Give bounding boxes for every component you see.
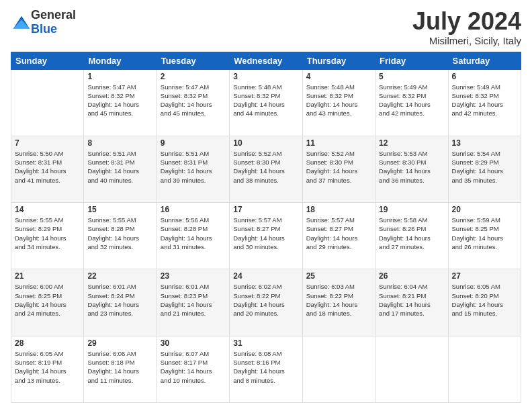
calendar-table: Sunday Monday Tuesday Wednesday Thursday…	[11, 52, 521, 403]
day-info: Sunrise: 5:52 AM Sunset: 8:30 PM Dayligh…	[306, 149, 371, 185]
day-info: Sunrise: 5:48 AM Sunset: 8:32 PM Dayligh…	[233, 83, 298, 118]
day-info: Sunrise: 6:01 AM Sunset: 8:24 PM Dayligh…	[87, 282, 152, 318]
day-info: Sunrise: 6:08 AM Sunset: 8:16 PM Dayligh…	[233, 349, 298, 385]
table-row: 10Sunrise: 5:52 AM Sunset: 8:30 PM Dayli…	[230, 136, 302, 202]
table-row: 21Sunrise: 6:00 AM Sunset: 8:25 PM Dayli…	[11, 269, 84, 336]
day-number: 9	[161, 138, 226, 148]
day-info: Sunrise: 5:58 AM Sunset: 8:26 PM Dayligh…	[379, 216, 444, 251]
day-number: 7	[15, 138, 80, 148]
table-row: 24Sunrise: 6:02 AM Sunset: 8:22 PM Dayli…	[230, 269, 302, 336]
day-number: 3	[233, 72, 298, 81]
day-number: 29	[87, 338, 152, 348]
day-info: Sunrise: 5:59 AM Sunset: 8:25 PM Dayligh…	[452, 216, 517, 251]
table-row: 11Sunrise: 5:52 AM Sunset: 8:30 PM Dayli…	[302, 136, 375, 202]
calendar-header-row: Sunday Monday Tuesday Wednesday Thursday…	[11, 52, 521, 69]
day-number: 2	[161, 72, 226, 81]
table-row: 6Sunrise: 5:49 AM Sunset: 8:32 PM Daylig…	[448, 69, 521, 136]
day-info: Sunrise: 6:02 AM Sunset: 8:22 PM Dayligh…	[233, 282, 298, 318]
day-number: 13	[452, 138, 517, 148]
col-sunday: Sunday	[11, 52, 84, 69]
day-number: 12	[379, 138, 444, 148]
col-thursday: Thursday	[302, 52, 375, 69]
col-friday: Friday	[375, 52, 448, 69]
day-info: Sunrise: 6:06 AM Sunset: 8:18 PM Dayligh…	[87, 349, 152, 385]
svg-marker-1	[13, 19, 30, 28]
table-row: 23Sunrise: 6:01 AM Sunset: 8:23 PM Dayli…	[157, 269, 229, 336]
day-info: Sunrise: 5:49 AM Sunset: 8:32 PM Dayligh…	[379, 83, 444, 118]
day-number: 23	[161, 271, 226, 281]
logo-general: General	[31, 8, 76, 21]
day-number: 14	[15, 205, 80, 214]
day-info: Sunrise: 5:51 AM Sunset: 8:31 PM Dayligh…	[161, 149, 226, 185]
logo-icon	[12, 13, 31, 32]
day-number: 28	[15, 338, 80, 348]
calendar-row: 1Sunrise: 5:47 AM Sunset: 8:32 PM Daylig…	[11, 69, 521, 136]
col-monday: Monday	[84, 52, 157, 69]
table-row: 13Sunrise: 5:54 AM Sunset: 8:29 PM Dayli…	[448, 136, 521, 202]
table-row: 17Sunrise: 5:57 AM Sunset: 8:27 PM Dayli…	[230, 203, 302, 269]
day-info: Sunrise: 5:50 AM Sunset: 8:31 PM Dayligh…	[15, 149, 80, 185]
logo-blue: Blue	[31, 22, 57, 36]
table-row: 28Sunrise: 6:05 AM Sunset: 8:19 PM Dayli…	[11, 336, 84, 402]
logo: General Blue	[11, 8, 76, 36]
main-title: July 2024	[412, 8, 521, 35]
table-row	[375, 336, 448, 402]
day-info: Sunrise: 5:49 AM Sunset: 8:32 PM Dayligh…	[452, 83, 517, 118]
table-row: 14Sunrise: 5:55 AM Sunset: 8:29 PM Dayli…	[11, 203, 84, 269]
day-number: 30	[161, 338, 226, 348]
day-info: Sunrise: 6:03 AM Sunset: 8:22 PM Dayligh…	[306, 282, 371, 318]
day-info: Sunrise: 5:56 AM Sunset: 8:28 PM Dayligh…	[161, 216, 226, 251]
day-number: 5	[379, 72, 444, 81]
day-number: 6	[452, 72, 517, 81]
day-number: 17	[233, 205, 298, 214]
day-number: 24	[233, 271, 298, 281]
day-info: Sunrise: 5:57 AM Sunset: 8:27 PM Dayligh…	[233, 216, 298, 251]
day-number: 18	[306, 205, 371, 214]
day-number: 25	[306, 271, 371, 281]
calendar-row: 14Sunrise: 5:55 AM Sunset: 8:29 PM Dayli…	[11, 203, 521, 269]
day-info: Sunrise: 6:05 AM Sunset: 8:20 PM Dayligh…	[452, 282, 517, 318]
day-number: 11	[306, 138, 371, 148]
col-tuesday: Tuesday	[157, 52, 229, 69]
day-number: 21	[15, 271, 80, 281]
day-info: Sunrise: 5:51 AM Sunset: 8:31 PM Dayligh…	[87, 149, 152, 185]
table-row: 22Sunrise: 6:01 AM Sunset: 8:24 PM Dayli…	[84, 269, 157, 336]
calendar-row: 28Sunrise: 6:05 AM Sunset: 8:19 PM Dayli…	[11, 336, 521, 402]
col-saturday: Saturday	[448, 52, 521, 69]
table-row: 30Sunrise: 6:07 AM Sunset: 8:17 PM Dayli…	[157, 336, 229, 402]
day-info: Sunrise: 5:53 AM Sunset: 8:30 PM Dayligh…	[379, 149, 444, 185]
table-row: 8Sunrise: 5:51 AM Sunset: 8:31 PM Daylig…	[84, 136, 157, 202]
day-info: Sunrise: 6:07 AM Sunset: 8:17 PM Dayligh…	[161, 349, 226, 385]
day-number: 27	[452, 271, 517, 281]
table-row: 27Sunrise: 6:05 AM Sunset: 8:20 PM Dayli…	[448, 269, 521, 336]
table-row: 3Sunrise: 5:48 AM Sunset: 8:32 PM Daylig…	[230, 69, 302, 136]
table-row: 20Sunrise: 5:59 AM Sunset: 8:25 PM Dayli…	[448, 203, 521, 269]
table-row: 29Sunrise: 6:06 AM Sunset: 8:18 PM Dayli…	[84, 336, 157, 402]
table-row: 19Sunrise: 5:58 AM Sunset: 8:26 PM Dayli…	[375, 203, 448, 269]
subtitle: Misilmeri, Sicily, Italy	[412, 35, 521, 46]
day-info: Sunrise: 5:57 AM Sunset: 8:27 PM Dayligh…	[306, 216, 371, 251]
day-number: 1	[87, 72, 152, 81]
day-number: 10	[233, 138, 298, 148]
day-info: Sunrise: 5:52 AM Sunset: 8:30 PM Dayligh…	[233, 149, 298, 185]
day-number: 4	[306, 72, 371, 81]
table-row: 12Sunrise: 5:53 AM Sunset: 8:30 PM Dayli…	[375, 136, 448, 202]
table-row	[302, 336, 375, 402]
day-info: Sunrise: 6:04 AM Sunset: 8:21 PM Dayligh…	[379, 282, 444, 318]
table-row: 18Sunrise: 5:57 AM Sunset: 8:27 PM Dayli…	[302, 203, 375, 269]
table-row: 9Sunrise: 5:51 AM Sunset: 8:31 PM Daylig…	[157, 136, 229, 202]
title-block: July 2024 Misilmeri, Sicily, Italy	[412, 8, 521, 46]
day-info: Sunrise: 5:55 AM Sunset: 8:29 PM Dayligh…	[15, 216, 80, 251]
table-row: 4Sunrise: 5:48 AM Sunset: 8:32 PM Daylig…	[302, 69, 375, 136]
day-number: 26	[379, 271, 444, 281]
logo-text: General Blue	[31, 8, 76, 36]
day-number: 8	[87, 138, 152, 148]
day-info: Sunrise: 6:00 AM Sunset: 8:25 PM Dayligh…	[15, 282, 80, 318]
day-info: Sunrise: 5:54 AM Sunset: 8:29 PM Dayligh…	[452, 149, 517, 185]
calendar-row: 21Sunrise: 6:00 AM Sunset: 8:25 PM Dayli…	[11, 269, 521, 336]
table-row: 31Sunrise: 6:08 AM Sunset: 8:16 PM Dayli…	[230, 336, 302, 402]
day-info: Sunrise: 5:48 AM Sunset: 8:32 PM Dayligh…	[306, 83, 371, 118]
day-number: 31	[233, 338, 298, 348]
table-row: 2Sunrise: 5:47 AM Sunset: 8:32 PM Daylig…	[157, 69, 229, 136]
day-number: 19	[379, 205, 444, 214]
